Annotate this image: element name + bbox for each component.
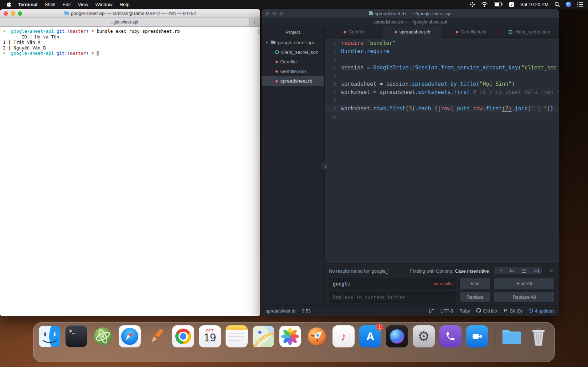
calendar-icon[interactable]: OCT19: [199, 325, 221, 347]
status-package-updates[interactable]: 4 updates: [528, 308, 555, 314]
code-line[interactable]: 2Bundler.require: [325, 47, 559, 56]
finder-icon[interactable]: [38, 325, 61, 347]
code-line[interactable]: 10: [325, 113, 559, 121]
status-language[interactable]: Ruby: [459, 309, 470, 314]
code-line[interactable]: 3: [325, 56, 559, 64]
menu-window[interactable]: Window: [92, 2, 116, 7]
code-line[interactable]: 6spreadsheet = session.spreadsheet_by_ti…: [325, 80, 559, 88]
tab-gemfile-lock[interactable]: ◆ Gemfile.lock: [442, 26, 500, 38]
no-results-badge: no results: [433, 278, 453, 289]
apple-menu-icon[interactable]: [6, 1, 11, 7]
four-diamond-icon[interactable]: [470, 2, 475, 7]
chrome-icon[interactable]: [172, 325, 194, 347]
zoom-button[interactable]: [18, 11, 22, 16]
tree-item-gemfile[interactable]: ◆ Gemfile: [262, 57, 324, 67]
close-find-panel-button[interactable]: ×: [548, 267, 555, 274]
tab-client-secret-json[interactable]: client_secret.json: [500, 26, 559, 38]
video-call-icon[interactable]: [466, 325, 488, 347]
code-line[interactable]: 5: [325, 72, 559, 80]
code-line[interactable]: 7worksheet = spreadsheet.worksheets.firs…: [325, 88, 559, 96]
status-github[interactable]: GitHub: [476, 308, 497, 314]
input-source-icon[interactable]: V: [509, 2, 514, 7]
status-git[interactable]: Git (0): [503, 308, 522, 314]
regex-toggle-button[interactable]: .*: [494, 267, 506, 275]
menu-shell[interactable]: Shell: [41, 2, 59, 7]
code-editor[interactable]: 1require "bundler"2Bundler.require34sess…: [325, 38, 559, 263]
status-file-name[interactable]: spreadsheet.rb: [266, 309, 295, 314]
close-button[interactable]: [4, 11, 8, 16]
photos-icon[interactable]: [279, 325, 301, 347]
terminal-icon[interactable]: >_: [65, 325, 87, 347]
terminal-line: 1 | Trần Văn A: [3, 40, 257, 45]
siri-orb: [390, 329, 404, 344]
tree-item-gemfile-lock[interactable]: ◆ Gemfile.lock: [262, 67, 324, 76]
wifi-icon[interactable]: [481, 2, 488, 7]
editor-titlebar[interactable]: spreadsheet.rb — ~/google-sheet-api: [262, 9, 559, 18]
find-all-button[interactable]: Find All: [494, 278, 555, 289]
rocket-icon[interactable]: [306, 325, 328, 347]
status-line-ending[interactable]: LF: [429, 309, 434, 314]
terminal-titlebar[interactable]: google-sheet-api — tamtran@Tams-MBP-2 — …: [0, 9, 260, 18]
code-line[interactable]: 9worksheet.rows.first(3).each {|row| put…: [325, 105, 559, 113]
minimize-button[interactable]: [272, 11, 277, 16]
folder-icon[interactable]: [501, 325, 523, 347]
line-number: 2: [325, 47, 341, 56]
code-line[interactable]: 4session = GoogleDrive::Session.from_ser…: [325, 64, 559, 72]
line-number: 10: [325, 113, 341, 121]
battery-icon[interactable]: [494, 2, 503, 6]
music-icon[interactable]: ♪: [332, 325, 355, 347]
notes-icon[interactable]: [226, 325, 248, 347]
maps-icon[interactable]: [252, 325, 274, 347]
file-proxy-icon: [369, 11, 373, 16]
spotlight-search-icon[interactable]: [555, 2, 560, 7]
siri-icon[interactable]: [566, 2, 571, 7]
replace-all-button[interactable]: Replace All: [494, 292, 555, 303]
notification-list-icon[interactable]: [577, 2, 583, 7]
ruby-file-icon: ◆: [394, 30, 397, 34]
status-encoding[interactable]: UTF-8: [440, 309, 453, 314]
folder-icon: [271, 40, 276, 45]
find-button[interactable]: Find: [459, 278, 491, 289]
terminal-output[interactable]: ➜ google-sheet-api git:(master) ✗ bundle…: [0, 27, 260, 316]
app-store-icon[interactable]: A1: [359, 325, 381, 347]
atom-icon[interactable]: [92, 325, 114, 347]
tab-gemfile[interactable]: ◆ Gemfile: [325, 26, 383, 38]
zoom-button[interactable]: [279, 11, 284, 16]
close-button[interactable]: [265, 11, 269, 16]
safari-icon[interactable]: [119, 325, 141, 347]
tree-item-client-secret-json[interactable]: client_secret.json: [262, 47, 324, 57]
replace-input[interactable]: [329, 292, 456, 303]
menu-view[interactable]: View: [74, 2, 92, 7]
app-menu-terminal[interactable]: Terminal: [14, 2, 41, 7]
line-number: 6: [325, 80, 341, 88]
svg-text:V: V: [511, 3, 513, 6]
tree-item-google-sheet-api[interactable]: ▾ google-sheet-api: [262, 38, 324, 47]
only-in-selection-toggle-button[interactable]: [518, 267, 530, 275]
case-sensitive-toggle-button[interactable]: Aa: [506, 267, 518, 275]
tab-spreadsheet-rb[interactable]: ◆ spreadsheet.rb: [383, 26, 442, 38]
minimize-button[interactable]: [11, 11, 15, 16]
terminal-scrollbar-thumb[interactable]: [258, 28, 259, 34]
trash-icon[interactable]: [527, 325, 550, 347]
line-number: 8: [325, 96, 341, 105]
whole-word-toggle-button[interactable]: ab: [530, 267, 542, 275]
menu-bar-clock[interactable]: Sat 10:20 PM: [520, 2, 548, 7]
dock: >_OCT19♪A1⚙: [33, 322, 555, 362]
status-cursor-position[interactable]: 9:53: [302, 309, 310, 314]
tree-view-collapse-handle[interactable]: ‹: [321, 162, 330, 171]
menu-edit[interactable]: Edit: [59, 2, 74, 7]
siri-icon[interactable]: [386, 325, 408, 347]
finding-options-value: Case Insensitive: [455, 268, 489, 274]
pen-tool-icon[interactable]: [145, 325, 167, 347]
line-number: 4: [325, 64, 341, 72]
tree-item-spreadsheet-rb[interactable]: ◆ spreadsheet.rb: [262, 76, 324, 86]
new-tab-button[interactable]: +: [249, 18, 260, 26]
replace-button[interactable]: Replace: [459, 292, 491, 303]
code-line[interactable]: 8: [325, 96, 559, 105]
code-line[interactable]: 1require "bundler": [325, 39, 559, 47]
terminal-tab[interactable]: ..gle-sheet-api: [0, 18, 249, 26]
system-preferences-icon[interactable]: ⚙: [413, 325, 435, 347]
line-number: 9: [325, 105, 341, 113]
viber-icon[interactable]: [439, 325, 461, 347]
menu-help[interactable]: Help: [116, 2, 133, 7]
